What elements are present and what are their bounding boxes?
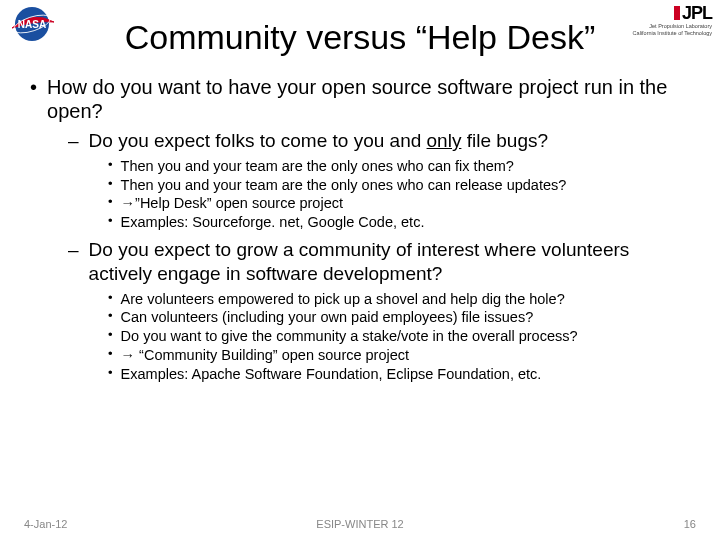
slide-body: How do you want to have your open source… <box>0 75 720 384</box>
bullet-l3: Examples: Apache Software Foundation, Ec… <box>121 365 542 384</box>
jpl-sub1: Jet Propulsion Laboratory <box>649 23 712 29</box>
bullet-l3: Do you want to give the community a stak… <box>121 327 578 346</box>
bullet-l1: How do you want to have your open source… <box>47 75 690 123</box>
footer-date: 4-Jan-12 <box>24 518 67 530</box>
bullet-l3: Are volunteers empowered to pick up a sh… <box>121 290 565 309</box>
bullet-l3: Then you and your team are the only ones… <box>121 157 514 176</box>
bullet-l3: Then you and your team are the only ones… <box>121 176 567 195</box>
nasa-logo: NASA <box>8 4 56 44</box>
bullet-l2: Do you expect to grow a community of int… <box>89 238 690 286</box>
bullet-l3: Can volunteers (including your own paid … <box>121 308 534 327</box>
footer-venue: ESIP-WINTER 12 <box>0 518 720 530</box>
svg-text:NASA: NASA <box>18 19 46 30</box>
jpl-logo: JPL Jet Propulsion Laboratory California… <box>602 4 712 38</box>
bullet-l3: → “Community Building” open source proje… <box>121 346 410 365</box>
footer-page: 16 <box>684 518 696 530</box>
jpl-sub2: California Institute of Technology <box>633 30 712 36</box>
bullet-l3: →”Help Desk” open source project <box>121 194 343 213</box>
bullet-l3: Examples: Sourceforge. net, Google Code,… <box>121 213 425 232</box>
bullet-l2: Do you expect folks to come to you and o… <box>89 129 548 153</box>
slide-footer: 4-Jan-12 ESIP-WINTER 12 16 <box>0 518 720 530</box>
jpl-text: JPL <box>682 4 712 22</box>
